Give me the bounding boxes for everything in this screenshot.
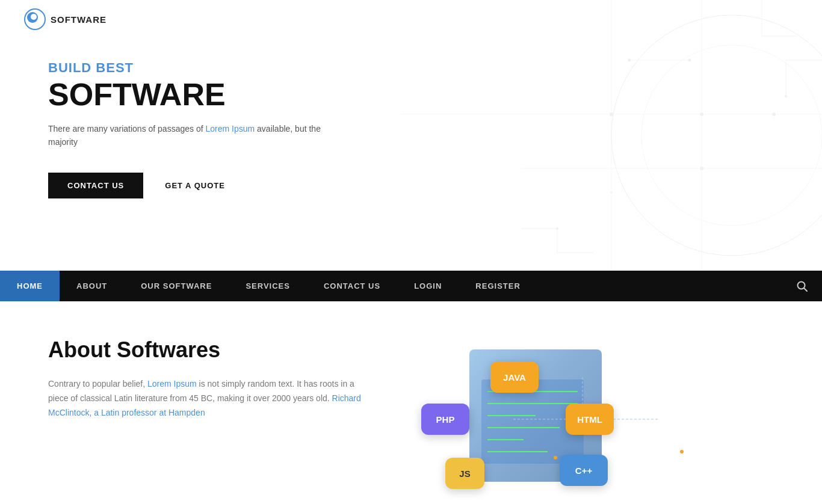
navbar: HOME ABOUT OUR SOFTWARE SERVICES CONTACT… xyxy=(0,271,822,301)
nav-link-our-software[interactable]: OUR SOFTWARE xyxy=(124,271,229,301)
js-badge: JS xyxy=(445,458,484,489)
header: SOFTWARE xyxy=(0,0,822,38)
svg-point-11 xyxy=(700,167,703,170)
nav-item-our-software: OUR SOFTWARE xyxy=(124,271,229,301)
svg-point-18 xyxy=(688,59,691,62)
hero-title: SOFTWARE xyxy=(48,78,325,111)
logo-text: SOFTWARE xyxy=(51,14,107,25)
svg-point-3 xyxy=(611,15,822,256)
nav-item-home: HOME xyxy=(0,271,60,301)
svg-line-20 xyxy=(804,288,807,291)
search-icon[interactable] xyxy=(782,281,822,292)
nav-item-about: ABOUT xyxy=(60,271,124,301)
logo[interactable]: SOFTWARE xyxy=(24,8,107,30)
tech-stack: JAVA PHP HTML JS C++ xyxy=(397,337,774,504)
svg-point-14 xyxy=(785,95,787,97)
nav-item-register: REGISTER xyxy=(459,271,537,301)
about-left: About Softwares Contrary to popular beli… xyxy=(48,337,361,420)
about-text: Contrary to popular belief, Lorem Ipsum … xyxy=(48,377,361,420)
nav-item-login: LOGIN xyxy=(397,271,459,301)
html-badge: HTML xyxy=(566,404,614,435)
svg-point-2 xyxy=(31,14,37,20)
richard-link[interactable]: Richard McClintock, a Latin professor at… xyxy=(48,393,361,417)
logo-icon xyxy=(24,8,46,30)
nav-link-register[interactable]: REGISTER xyxy=(459,271,537,301)
about-title: About Softwares xyxy=(48,337,361,363)
java-badge: JAVA xyxy=(490,361,539,393)
php-badge: PHP xyxy=(421,404,469,435)
about-right: JAVA PHP HTML JS C++ xyxy=(397,337,774,504)
svg-point-9 xyxy=(610,112,613,116)
svg-point-13 xyxy=(610,191,613,194)
svg-point-17 xyxy=(628,59,631,62)
svg-point-10 xyxy=(700,112,703,116)
hero-description: There are many variations of passages of… xyxy=(48,122,325,149)
svg-point-33 xyxy=(680,450,684,453)
about-section: About Softwares Contrary to popular beli… xyxy=(0,301,822,504)
contact-us-button[interactable]: CONTACT US xyxy=(48,173,143,198)
nav-link-about[interactable]: ABOUT xyxy=(60,271,124,301)
lorem-ipsum-link-2[interactable]: Lorem Ipsum xyxy=(147,379,197,389)
svg-point-12 xyxy=(772,112,776,116)
cpp-badge: C++ xyxy=(560,455,608,486)
nav-item-services: SERVICES xyxy=(229,271,307,301)
lorem-ipsum-link[interactable]: Lorem Ipsum xyxy=(205,124,255,134)
svg-point-4 xyxy=(641,45,822,226)
nav-link-contact-us[interactable]: CONTACT US xyxy=(307,271,397,301)
get-a-quote-button[interactable]: GET A QUOTE xyxy=(155,173,235,198)
nav-item-contact-us: CONTACT US xyxy=(307,271,397,301)
nav-link-services[interactable]: SERVICES xyxy=(229,271,307,301)
svg-point-15 xyxy=(556,227,558,230)
hero-section: BUILD BEST SOFTWARE There are many varia… xyxy=(0,0,822,271)
nav-link-login[interactable]: LOGIN xyxy=(397,271,459,301)
hero-subtitle: BUILD BEST xyxy=(48,60,325,76)
hero-buttons: CONTACT US GET A QUOTE xyxy=(48,173,325,198)
nav-link-home[interactable]: HOME xyxy=(0,271,60,301)
hero-circuit-bg xyxy=(401,0,822,271)
nav-items: HOME ABOUT OUR SOFTWARE SERVICES CONTACT… xyxy=(0,271,782,301)
